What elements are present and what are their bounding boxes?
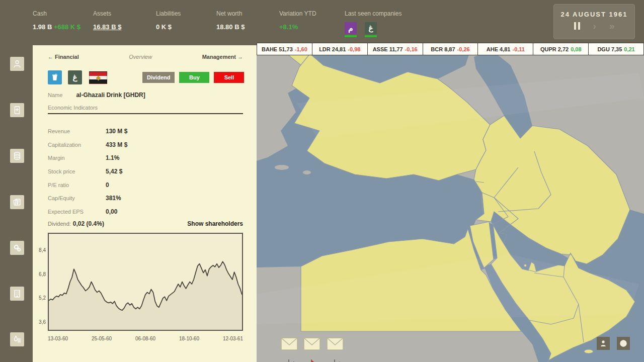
indicator-value: 0,00 [106,208,117,215]
ticker-symbol-price: DGU 7,35 [597,46,622,52]
sidebar-item-commodities[interactable] [10,332,24,346]
egypt-flag-icon [89,71,107,84]
chart-x-tick: 25-05-60 [92,336,112,341]
sidebar-item-documents[interactable] [10,103,24,117]
indicator-value: 433 M $ [106,141,127,148]
company-logo: غ [68,70,82,84]
ticker-change: 0,08 [571,46,581,52]
mail-event-israel[interactable] [281,337,298,350]
ticker-bahe[interactable]: BAHE 51,73-1,60 [257,43,312,55]
indicator-value: 5,42 $ [106,168,122,175]
envelope-icon [327,337,344,350]
chart-x-tick: 13-03-60 [48,336,68,341]
map-svg [257,43,644,362]
dividend-row: Dividend: 0,02 (0.4%) Show shareholders [48,220,243,227]
indicator-row-expected-eps: Expected EPS0,00 [48,205,243,219]
chart-y-tick: 5,2 [31,295,46,301]
tab-management[interactable]: Management → [202,54,243,60]
sidebar-item-companies[interactable] [10,287,24,301]
indicator-label: P/E ratio [48,182,106,188]
chart-y-tick: 8,4 [31,247,46,253]
greek-island [303,170,311,174]
stat-value[interactable]: 16.83 B $ [93,23,121,31]
stat-assets: Assets16.83 B $ [93,10,121,31]
middle-east-map[interactable] [257,43,644,362]
ticker-change: -0,16 [405,46,418,52]
stat-value: 0 K $ [156,23,181,31]
company-chip-1[interactable]: غ [365,22,377,37]
ticker-symbol-price: LDR 24,81 [319,46,346,52]
company-chip-0[interactable]: م [345,22,357,37]
stat-liabilities: Liabilities0 K $ [156,10,181,31]
population-map-button[interactable] [597,337,610,350]
commodities-icon [12,334,22,344]
section-title: Economic Indicators [48,105,98,111]
ticker-asse[interactable]: ASSE 11,77-0,16 [368,43,423,55]
ticker-symbol-price: AHE 4,81 [487,46,511,52]
stat-label: Variation YTD [279,10,316,17]
economic-indicators: Revenue130 M $Capitalization433 M $Margi… [48,125,243,218]
indicator-label: Stock price [48,168,106,174]
stat-cash: Cash1.98 B +688 K $ [33,10,80,31]
top-status-bar: Cash1.98 B +688 K $Assets16.83 B $Liabil… [0,0,644,45]
sidebar-item-assets[interactable] [10,149,24,163]
ticker-symbol-price: QUPR 2,72 [540,46,569,52]
buy-button[interactable]: Buy [179,72,209,83]
panel-tabs: ← Financial Overview Management → [48,54,243,60]
show-shareholders-link[interactable]: Show shareholders [187,220,243,227]
stat-variation-ytd: Variation YTD+8.1% [279,10,316,31]
company-panel: ← Financial Overview Management → غ Divi… [33,45,257,362]
ticker-symbol-price: BCR 8,87 [431,46,455,52]
documents-icon [12,105,22,115]
ticker-change: -0,11 [512,46,524,52]
company-identity-row: غ [48,70,107,84]
lebanon-flag-icon [334,359,335,362]
dividend-value: 0,02 (0.4%) [73,220,104,227]
sidebar-item-industry[interactable] [10,241,24,255]
israel-flag-icon [288,359,289,362]
chart-y-tick: 3,6 [31,319,46,325]
indicator-row-cap-equity: Cap/Equity381% [48,192,243,205]
stat-value: +8.1% [279,23,316,31]
play-button[interactable]: › [593,22,596,30]
stat-label: Liabilities [156,10,181,17]
ticker-bcr[interactable]: BCR 8,87-0,26 [423,43,478,55]
chart-canvas [49,234,242,330]
company-name: al-Ghazali Drink [GHDR] [76,92,145,99]
company-chip-glyph: م [345,22,357,34]
mail-event-palestine[interactable] [303,337,320,350]
sell-button[interactable]: Sell [214,72,244,83]
company-chip-status-bar [365,35,377,37]
mail-event-lebanon[interactable] [327,337,344,350]
person-icon [599,339,608,348]
greek-island [275,165,289,170]
sidebar-item-profile[interactable] [10,57,24,71]
sidebar-item-reports[interactable] [10,195,24,209]
ticker-qupr[interactable]: QUPR 2,720,08 [533,43,589,55]
dividend-button[interactable]: Dividend [142,72,175,83]
pause-button[interactable] [574,22,580,30]
ticker-dgu[interactable]: DGU 7,350,21 [589,43,644,55]
company-chips: مغ [345,22,401,37]
fast-forward-button[interactable]: » [609,22,615,30]
indicator-label: Revenue [48,128,106,134]
indicator-value: 381% [106,195,121,202]
game-screen: BAHE 51,73-1,60LDR 24,81-0,98ASSE 11,77-… [0,0,644,362]
ticker-ahe[interactable]: AHE 4,81-0,11 [478,43,533,55]
profile-icon [12,59,22,69]
ticker-change: -0,98 [348,46,360,52]
companies-icon [12,289,22,299]
world-map-button[interactable] [617,337,630,350]
section-divider [48,113,243,114]
indicator-label: Expected EPS [48,209,106,215]
indicator-value: 1.1% [106,154,119,161]
ticker-change: -1,60 [295,46,307,52]
company-name-row: Name al-Ghazali Drink [GHDR] [48,92,145,99]
ticker-ldr[interactable]: LDR 24,81-0,98 [312,43,368,55]
sector-drink-icon [48,70,62,84]
ticker-change: -0,26 [457,46,470,52]
tab-financial[interactable]: ← Financial [48,54,79,60]
stat-value: 18.80 B $ [216,23,245,31]
ticker-symbol-price: ASSE 11,77 [373,46,403,52]
chart-x-axis-labels: 13-03-6025-05-6006-08-6018-10-6012-03-61 [48,336,243,341]
